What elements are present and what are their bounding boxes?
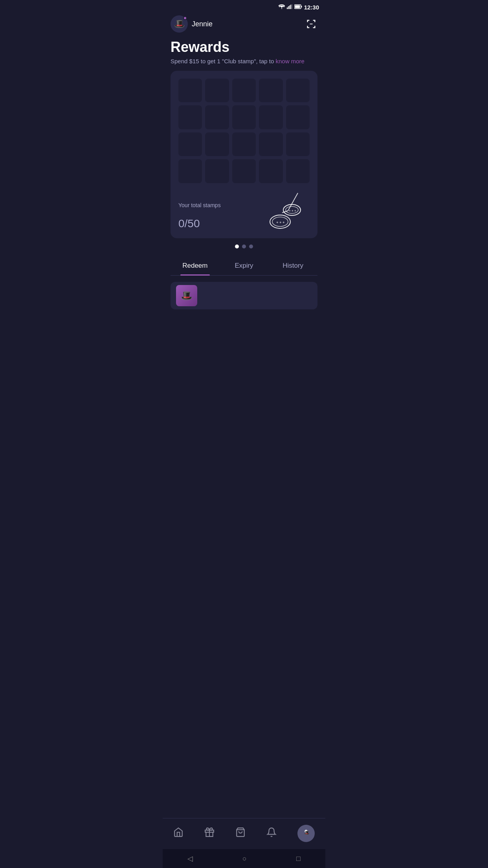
stamp-cell bbox=[232, 132, 256, 156]
pagination-dot-3[interactable] bbox=[249, 245, 253, 248]
svg-rect-3 bbox=[290, 5, 291, 9]
avatar-icon: 🎩 bbox=[174, 19, 185, 29]
header: 🎩 Jennie bbox=[163, 12, 325, 34]
svg-rect-2 bbox=[289, 6, 290, 9]
know-more-link[interactable]: know more bbox=[276, 58, 305, 64]
pagination-dot-2[interactable] bbox=[242, 245, 246, 248]
tab-history[interactable]: History bbox=[268, 256, 317, 275]
stamp-cell bbox=[232, 79, 256, 102]
svg-rect-0 bbox=[287, 7, 288, 9]
scan-button[interactable] bbox=[305, 18, 317, 30]
pagination-dots bbox=[171, 245, 317, 248]
redeem-preview-card[interactable]: 🎩 bbox=[171, 282, 317, 309]
stamps-info: Your total stamps 0/50 bbox=[178, 202, 221, 230]
stamps-count-display: 0/50 bbox=[178, 210, 221, 230]
battery-icon bbox=[294, 4, 302, 10]
page-title: Rewards bbox=[171, 39, 317, 55]
stamp-cell bbox=[259, 159, 283, 183]
status-bar: 12:30 bbox=[163, 0, 325, 12]
stamp-cell bbox=[286, 79, 310, 102]
avatar-status-dot bbox=[183, 16, 187, 20]
stamp-illustration: ✦✦✦ ✦✦✦ bbox=[259, 191, 310, 230]
stamp-cell bbox=[178, 132, 202, 156]
username-label: Jennie bbox=[192, 20, 213, 28]
status-right: 12:30 bbox=[279, 4, 319, 11]
tab-expiry[interactable]: Expiry bbox=[220, 256, 269, 275]
stamp-cell bbox=[232, 105, 256, 129]
stamp-cell bbox=[205, 132, 229, 156]
stamp-cell bbox=[178, 79, 202, 102]
svg-rect-1 bbox=[288, 6, 289, 9]
stamp-cell bbox=[178, 105, 202, 129]
wifi-icon bbox=[279, 4, 285, 10]
stamps-grid bbox=[178, 79, 310, 183]
tab-redeem[interactable]: Redeem bbox=[171, 256, 220, 275]
stamps-card: Your total stamps 0/50 ✦✦✦ bbox=[171, 71, 317, 238]
stamp-cell bbox=[286, 132, 310, 156]
stamp-cell bbox=[178, 159, 202, 183]
stamp-cell bbox=[205, 79, 229, 102]
redeem-thumb: 🎩 bbox=[176, 285, 197, 306]
svg-text:✦✦✦: ✦✦✦ bbox=[276, 221, 285, 224]
main-content: Rewards Spend $15 to get 1 "Club stamp",… bbox=[163, 34, 325, 309]
stamp-cell bbox=[286, 105, 310, 129]
svg-rect-4 bbox=[292, 4, 292, 9]
rewards-subtitle: Spend $15 to get 1 "Club stamp", tap to … bbox=[171, 58, 317, 64]
tabs-container: Redeem Expiry History bbox=[171, 256, 317, 276]
stamp-cell bbox=[205, 159, 229, 183]
svg-text:✦✦✦: ✦✦✦ bbox=[288, 209, 297, 213]
avatar-container[interactable]: 🎩 bbox=[171, 15, 188, 33]
signal-icon bbox=[287, 4, 292, 10]
stamp-cell bbox=[259, 132, 283, 156]
user-info[interactable]: 🎩 Jennie bbox=[171, 15, 213, 33]
svg-line-9 bbox=[288, 193, 298, 211]
time-display: 12:30 bbox=[304, 4, 319, 11]
stamp-cell bbox=[205, 105, 229, 129]
svg-rect-7 bbox=[301, 6, 302, 7]
stamp-cell bbox=[286, 159, 310, 183]
stamp-cell bbox=[259, 105, 283, 129]
pagination-dot-1[interactable] bbox=[235, 245, 239, 248]
svg-rect-6 bbox=[295, 6, 300, 8]
stamps-footer: Your total stamps 0/50 ✦✦✦ bbox=[178, 191, 310, 230]
stamps-label: Your total stamps bbox=[178, 202, 221, 208]
stamp-cell bbox=[232, 159, 256, 183]
stamp-cell bbox=[259, 79, 283, 102]
